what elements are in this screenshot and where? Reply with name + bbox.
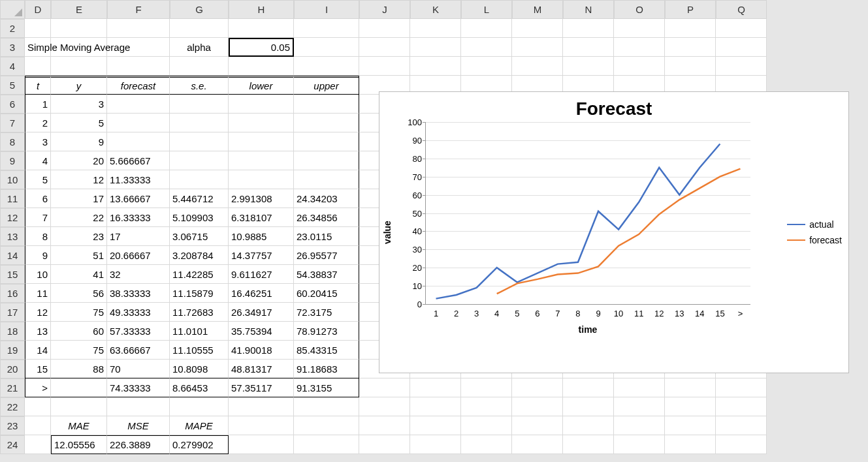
cell-H7[interactable] — [229, 114, 294, 132]
cell-I17[interactable]: 72.3175 — [294, 303, 359, 322]
column-header-P[interactable]: P — [665, 0, 716, 19]
cell-O3[interactable] — [614, 38, 665, 57]
cell-D2[interactable] — [25, 19, 51, 38]
cell-J4[interactable] — [359, 57, 410, 76]
cell-D18[interactable]: 13 — [25, 322, 51, 341]
cell-I23[interactable] — [294, 416, 359, 435]
cell-G16[interactable]: 11.15879 — [170, 284, 229, 303]
cell-G19[interactable]: 11.10555 — [170, 341, 229, 360]
cell-D15[interactable]: 10 — [25, 265, 51, 284]
cell-O21[interactable] — [614, 378, 665, 397]
row-header-8[interactable]: 8 — [0, 132, 25, 151]
select-all-corner[interactable] — [0, 0, 25, 19]
cell-L23[interactable] — [461, 416, 512, 435]
cell-H22[interactable] — [229, 397, 294, 416]
cell-N3[interactable] — [563, 38, 614, 57]
cell-F17[interactable]: 49.33333 — [107, 303, 170, 322]
cell-E16[interactable]: 56 — [51, 284, 107, 303]
cell-I14[interactable]: 26.95577 — [294, 246, 359, 265]
cell-F16[interactable]: 38.33333 — [107, 284, 170, 303]
cell-G11[interactable]: 5.446712 — [170, 189, 229, 208]
cell-H11[interactable]: 2.991308 — [229, 189, 294, 208]
column-header-J[interactable]: J — [359, 0, 410, 19]
cell-G15[interactable]: 11.42285 — [170, 265, 229, 284]
cell-F13[interactable]: 17 — [107, 227, 170, 246]
cell-D22[interactable] — [25, 397, 51, 416]
row-header-10[interactable]: 10 — [0, 170, 25, 189]
row-header-19[interactable]: 19 — [0, 341, 25, 360]
cell-F12[interactable]: 16.33333 — [107, 208, 170, 227]
forecast-chart[interactable]: Forecast value 0102030405060708090100123… — [379, 91, 849, 373]
cell-M22[interactable] — [512, 397, 563, 416]
row-header-23[interactable]: 23 — [0, 416, 25, 435]
cell-H17[interactable]: 26.34917 — [229, 303, 294, 322]
cell-F23[interactable]: MSE — [107, 416, 170, 435]
cell-G17[interactable]: 11.72683 — [170, 303, 229, 322]
cell-K2[interactable] — [410, 19, 461, 38]
cell-G13[interactable]: 3.06715 — [170, 227, 229, 246]
row-header-5[interactable]: 5 — [0, 76, 25, 95]
cell-I18[interactable]: 78.91273 — [294, 322, 359, 341]
cell-N23[interactable] — [563, 416, 614, 435]
cell-Q21[interactable] — [716, 378, 767, 397]
cell-D13[interactable]: 8 — [25, 227, 51, 246]
cell-F9[interactable]: 5.666667 — [107, 151, 170, 170]
cell-M21[interactable] — [512, 378, 563, 397]
cell-G3[interactable]: alpha — [170, 38, 229, 57]
cell-G8[interactable] — [170, 132, 229, 151]
cell-E11[interactable]: 17 — [51, 189, 107, 208]
cell-G23[interactable]: MAPE — [170, 416, 229, 435]
cell-I21[interactable]: 91.3155 — [294, 378, 359, 397]
cell-K21[interactable] — [410, 378, 461, 397]
cell-F5[interactable]: forecast — [107, 76, 170, 95]
cell-F18[interactable]: 57.33333 — [107, 322, 170, 341]
cell-G6[interactable] — [170, 95, 229, 114]
cell-P3[interactable] — [665, 38, 716, 57]
cell-E9[interactable]: 20 — [51, 151, 107, 170]
cell-K3[interactable] — [410, 38, 461, 57]
cell-F6[interactable] — [107, 95, 170, 114]
cell-D23[interactable] — [25, 416, 51, 435]
cell-H6[interactable] — [229, 95, 294, 114]
cell-O4[interactable] — [614, 57, 665, 76]
cell-G7[interactable] — [170, 114, 229, 132]
row-header-11[interactable]: 11 — [0, 189, 25, 208]
cell-K24[interactable] — [410, 435, 461, 454]
cell-H9[interactable] — [229, 151, 294, 170]
cell-L21[interactable] — [461, 378, 512, 397]
cell-M23[interactable] — [512, 416, 563, 435]
cell-I15[interactable]: 54.38837 — [294, 265, 359, 284]
cell-F20[interactable]: 70 — [107, 360, 170, 378]
cell-F19[interactable]: 63.66667 — [107, 341, 170, 360]
cell-I24[interactable] — [294, 435, 359, 454]
cell-E12[interactable]: 22 — [51, 208, 107, 227]
cell-G12[interactable]: 5.109903 — [170, 208, 229, 227]
cell-G20[interactable]: 10.8098 — [170, 360, 229, 378]
cell-E13[interactable]: 23 — [51, 227, 107, 246]
cell-H15[interactable]: 9.611627 — [229, 265, 294, 284]
column-header-L[interactable]: L — [461, 0, 512, 19]
cell-D14[interactable]: 9 — [25, 246, 51, 265]
cell-F15[interactable]: 32 — [107, 265, 170, 284]
cell-L3[interactable] — [461, 38, 512, 57]
cell-D3[interactable]: Simple Moving Average — [25, 38, 51, 57]
cell-N21[interactable] — [563, 378, 614, 397]
row-header-4[interactable]: 4 — [0, 57, 25, 76]
cell-I20[interactable]: 91.18683 — [294, 360, 359, 378]
row-header-17[interactable]: 17 — [0, 303, 25, 322]
cell-E23[interactable]: MAE — [51, 416, 107, 435]
cell-P21[interactable] — [665, 378, 716, 397]
cell-H23[interactable] — [229, 416, 294, 435]
column-header-I[interactable]: I — [294, 0, 359, 19]
cell-D21[interactable]: > — [25, 378, 51, 397]
cell-J21[interactable] — [359, 378, 410, 397]
cell-H12[interactable]: 6.318107 — [229, 208, 294, 227]
cell-D19[interactable]: 14 — [25, 341, 51, 360]
row-header-7[interactable]: 7 — [0, 114, 25, 132]
cell-N2[interactable] — [563, 19, 614, 38]
cell-O22[interactable] — [614, 397, 665, 416]
cell-I2[interactable] — [294, 19, 359, 38]
cell-P2[interactable] — [665, 19, 716, 38]
cell-E2[interactable] — [51, 19, 107, 38]
column-header-K[interactable]: K — [410, 0, 461, 19]
